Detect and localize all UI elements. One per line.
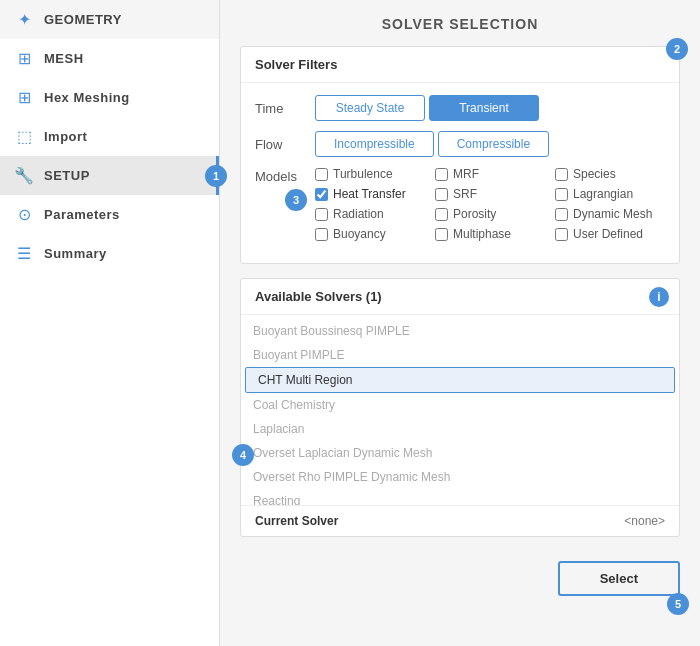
sidebar-label-hex-meshing: Hex Meshing (44, 90, 130, 105)
geometry-icon: ✦ (14, 10, 34, 29)
multiphase-model: Multiphase (435, 227, 545, 241)
info-icon[interactable]: i (649, 287, 669, 307)
sidebar-label-summary: Summary (44, 246, 107, 261)
heat-transfer-checkbox[interactable] (315, 188, 328, 201)
lagrangian-checkbox[interactable] (555, 188, 568, 201)
solver-filters-body: Time Steady State Transient Flow Incompr… (241, 83, 679, 263)
species-label: Species (573, 167, 616, 181)
current-solver-label: Current Solver (255, 514, 338, 528)
models-filter-row: Models 3 Turbulence MRF (255, 167, 665, 241)
page-title: SOLVER SELECTION (240, 16, 680, 32)
badge-3: 3 (285, 189, 307, 211)
current-solver-row: Current Solver <none> (241, 505, 679, 536)
select-button[interactable]: Select (558, 561, 680, 596)
radiation-label: Radiation (333, 207, 384, 221)
sidebar: ✦ GEOMETRY ⊞ MESH ⊞ Hex Meshing ⬚ Import… (0, 0, 220, 646)
time-filter-row: Time Steady State Transient (255, 95, 665, 121)
buoyancy-checkbox[interactable] (315, 228, 328, 241)
user-defined-checkbox[interactable] (555, 228, 568, 241)
turbulence-model: Turbulence (315, 167, 425, 181)
sidebar-label-geometry: GEOMETRY (44, 12, 122, 27)
sidebar-label-parameters: Parameters (44, 207, 120, 222)
time-btn-group: Steady State Transient (315, 95, 539, 121)
mrf-label: MRF (453, 167, 479, 181)
summary-icon: ☰ (14, 244, 34, 263)
flow-btn-group: Incompressible Compressible (315, 131, 549, 157)
species-checkbox[interactable] (555, 168, 568, 181)
solver-coal-chemistry[interactable]: Coal Chemistry (241, 393, 679, 417)
turbulence-checkbox[interactable] (315, 168, 328, 181)
sidebar-label-setup: SETUP (44, 168, 90, 183)
available-solvers-card: Available Solvers (1) i 4 Buoyant Boussi… (240, 278, 680, 537)
sidebar-item-summary[interactable]: ☰ Summary (0, 234, 219, 273)
steady-state-button[interactable]: Steady State (315, 95, 425, 121)
solver-cht-multi-region[interactable]: CHT Multi Region (245, 367, 675, 393)
dynamic-mesh-checkbox[interactable] (555, 208, 568, 221)
flow-filter-row: Flow Incompressible Compressible (255, 131, 665, 157)
sidebar-label-mesh: MESH (44, 51, 84, 66)
sidebar-item-mesh[interactable]: ⊞ MESH (0, 39, 219, 78)
porosity-label: Porosity (453, 207, 496, 221)
hex-meshing-icon: ⊞ (14, 88, 34, 107)
heat-transfer-model: Heat Transfer (315, 187, 425, 201)
dynamic-mesh-label: Dynamic Mesh (573, 207, 652, 221)
incompressible-button[interactable]: Incompressible (315, 131, 434, 157)
transient-button[interactable]: Transient (429, 95, 539, 121)
lagrangian-model: Lagrangian (555, 187, 665, 201)
select-btn-container: Select 5 (240, 551, 680, 606)
dynamic-mesh-model: Dynamic Mesh (555, 207, 665, 221)
multiphase-checkbox[interactable] (435, 228, 448, 241)
mesh-icon: ⊞ (14, 49, 34, 68)
compressible-button[interactable]: Compressible (438, 131, 549, 157)
radiation-checkbox[interactable] (315, 208, 328, 221)
buoyancy-model: Buoyancy (315, 227, 425, 241)
sidebar-item-parameters[interactable]: ⊙ Parameters (0, 195, 219, 234)
srf-label: SRF (453, 187, 477, 201)
mrf-model: MRF (435, 167, 545, 181)
mrf-checkbox[interactable] (435, 168, 448, 181)
srf-checkbox[interactable] (435, 188, 448, 201)
badge-2: 2 (666, 38, 688, 60)
setup-icon: 🔧 (14, 166, 34, 185)
sidebar-item-import[interactable]: ⬚ Import (0, 117, 219, 156)
solvers-list[interactable]: Buoyant Boussinesq PIMPLE Buoyant PIMPLE… (241, 315, 679, 505)
badge-4: 4 (232, 444, 254, 466)
models-grid: Turbulence MRF Species Heat Transfe (315, 167, 665, 241)
srf-model: SRF (435, 187, 545, 201)
sidebar-label-import: Import (44, 129, 87, 144)
models-label: Models (255, 167, 315, 184)
solver-overset-laplacian-dynamic-mesh[interactable]: Overset Laplacian Dynamic Mesh (241, 441, 679, 465)
solver-buoyant-boussinesq-pimple[interactable]: Buoyant Boussinesq PIMPLE (241, 319, 679, 343)
solver-filters-heading: Solver Filters (241, 47, 679, 83)
parameters-icon: ⊙ (14, 205, 34, 224)
user-defined-model: User Defined (555, 227, 665, 241)
solver-filters-card: Solver Filters 2 Time Steady State Trans… (240, 46, 680, 264)
badge-1: 1 (205, 165, 227, 187)
heat-transfer-label: Heat Transfer (333, 187, 406, 201)
porosity-checkbox[interactable] (435, 208, 448, 221)
flow-label: Flow (255, 137, 315, 152)
lagrangian-label: Lagrangian (573, 187, 633, 201)
main-content: SOLVER SELECTION Solver Filters 2 Time S… (220, 0, 700, 646)
solver-reacting[interactable]: Reacting (241, 489, 679, 505)
sidebar-item-hex-meshing[interactable]: ⊞ Hex Meshing (0, 78, 219, 117)
multiphase-label: Multiphase (453, 227, 511, 241)
time-label: Time (255, 101, 315, 116)
current-solver-value: <none> (624, 514, 665, 528)
porosity-model: Porosity (435, 207, 545, 221)
solver-buoyant-pimple[interactable]: Buoyant PIMPLE (241, 343, 679, 367)
buoyancy-label: Buoyancy (333, 227, 386, 241)
solver-overset-rho-pimple-dynamic-mesh[interactable]: Overset Rho PIMPLE Dynamic Mesh (241, 465, 679, 489)
badge-5: 5 (667, 593, 689, 615)
solver-laplacian[interactable]: Laplacian (241, 417, 679, 441)
user-defined-label: User Defined (573, 227, 643, 241)
import-icon: ⬚ (14, 127, 34, 146)
sidebar-item-geometry[interactable]: ✦ GEOMETRY (0, 0, 219, 39)
available-solvers-title: Available Solvers (1) (255, 289, 382, 304)
turbulence-label: Turbulence (333, 167, 393, 181)
sidebar-item-setup[interactable]: 🔧 SETUP 1 (0, 156, 219, 195)
species-model: Species (555, 167, 665, 181)
available-solvers-heading: Available Solvers (1) i (241, 279, 679, 315)
radiation-model: Radiation (315, 207, 425, 221)
